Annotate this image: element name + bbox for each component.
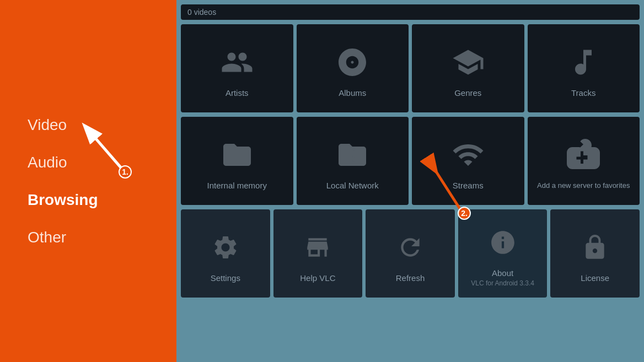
grid-item-about[interactable]: About VLC for Android 3.3.4	[458, 209, 548, 298]
about-label: About	[492, 268, 513, 278]
internal-memory-label: Internal memory	[207, 181, 267, 190]
grid-item-license[interactable]: License	[550, 209, 640, 298]
grid-item-internal-memory[interactable]: Internal memory	[181, 117, 293, 205]
refresh-label: Refresh	[396, 273, 425, 283]
grid-item-refresh[interactable]: Refresh	[366, 209, 455, 298]
grid-item-help-vlc[interactable]: Help VLC	[273, 209, 363, 298]
albums-label: Albums	[339, 88, 366, 98]
grid-row-1: Artists Albums Genres	[176, 20, 644, 117]
genres-label: Genres	[454, 88, 481, 98]
help-vlc-label: Help VLC	[300, 273, 335, 283]
grid-item-albums[interactable]: Albums	[297, 24, 409, 112]
sidebar-item-audio[interactable]: Audio	[28, 144, 149, 181]
artists-icon	[221, 43, 254, 82]
local-network-icon	[336, 136, 369, 174]
grid-item-artists[interactable]: Artists	[181, 24, 293, 112]
local-network-label: Local Network	[326, 181, 379, 190]
main-content: 0 videos Artists Albums	[176, 0, 644, 362]
grid-item-tracks[interactable]: Tracks	[528, 24, 640, 112]
grid-item-add-server[interactable]: Add a new server to favorites	[528, 117, 640, 205]
settings-icon	[212, 228, 239, 267]
artists-label: Artists	[226, 88, 249, 98]
grid-item-settings[interactable]: Settings	[181, 209, 270, 298]
about-icon	[489, 223, 517, 262]
video-count-bar: 0 videos	[181, 4, 640, 20]
tracks-icon	[567, 43, 600, 82]
sidebar-item-video[interactable]: Video	[28, 106, 149, 144]
sidebar-item-browsing[interactable]: Browsing	[28, 181, 149, 219]
add-server-icon	[567, 136, 600, 175]
about-sublabel: VLC for Android 3.3.4	[471, 279, 534, 287]
grid-row-2: Internal memory Local Network Strea	[176, 117, 644, 209]
streams-icon	[452, 136, 485, 174]
grid-item-streams[interactable]: Streams	[412, 117, 524, 205]
grid-row-3: Settings Help VLC Refresh	[176, 209, 644, 302]
streams-label: Streams	[453, 181, 484, 190]
grid-item-local-network[interactable]: Local Network	[297, 117, 409, 205]
license-icon	[581, 228, 609, 267]
sidebar-item-other[interactable]: Other	[28, 219, 149, 256]
internal-memory-icon	[221, 136, 254, 174]
help-vlc-icon	[304, 228, 331, 267]
settings-label: Settings	[211, 273, 240, 283]
sidebar: Video Audio Browsing Other	[0, 0, 176, 362]
albums-icon	[336, 43, 369, 82]
add-server-label: Add a new server to favorites	[537, 181, 630, 190]
genres-icon	[452, 43, 485, 82]
tracks-label: Tracks	[571, 88, 595, 98]
grid-item-genres[interactable]: Genres	[412, 24, 524, 112]
refresh-icon	[396, 228, 424, 267]
license-label: License	[581, 273, 609, 283]
